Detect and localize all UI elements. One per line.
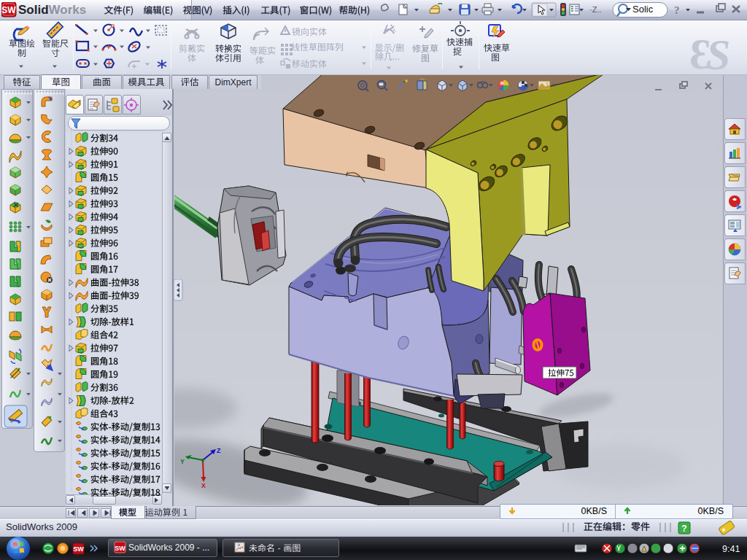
svg-text:?: ?	[681, 524, 686, 534]
svg-text:X: X	[201, 482, 206, 489]
svg-text:9:41: 9:41	[722, 544, 740, 554]
svg-text:S: S	[706, 31, 730, 75]
svg-text:SW: SW	[73, 545, 84, 553]
svg-text:Z: Z	[217, 447, 221, 454]
svg-text:Y: Y	[180, 458, 185, 465]
svg-text:SW: SW	[115, 545, 125, 552]
